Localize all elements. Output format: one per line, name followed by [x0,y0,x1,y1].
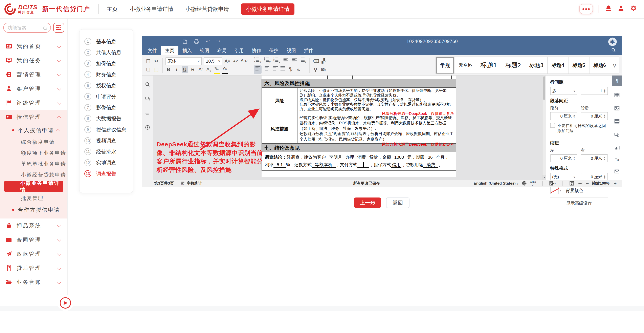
bullet-list-icon[interactable]: ••••∨ [254,57,262,66]
editor-tab[interactable]: 插入 [178,46,196,55]
editor-tab[interactable]: 插件 [300,46,317,55]
nav-tab[interactable]: 小微经营贷款申请 [186,6,229,13]
gear-icon[interactable] [630,5,637,13]
same-style-checkbox[interactable] [550,123,555,128]
bell-icon[interactable] [605,5,612,13]
subscript-icon[interactable]: A₂ [206,66,212,73]
style-cell[interactable]: 标题3 [525,57,547,74]
indent-right-input[interactable]: 0 厘米▲▼ [581,154,608,162]
shading-icon[interactable]: ⬨∨ [296,66,302,74]
undo-icon[interactable]: ↶ [206,38,210,45]
format-painter-icon[interactable]: ⚲ [312,66,319,73]
numbered-list-icon[interactable]: 123∨ [264,57,271,66]
sidebar-leaf-item[interactable]: 综合额度申请 [0,137,68,147]
editor-search-icon[interactable] [611,47,616,54]
step-item[interactable]: 12实地调查 [84,157,133,168]
pilcrow-icon[interactable]: ¶∨ [288,66,294,74]
step-item[interactable]: 11经营流水 [84,146,133,157]
multilevel-list-icon[interactable]: 1ai∨ [273,57,281,66]
save-icon[interactable] [182,39,187,44]
sidebar-item[interactable]: 放款管理 [0,247,68,261]
zoom-level[interactable]: 缩放100% [592,181,610,186]
align-center-icon[interactable] [264,66,270,74]
style-cell[interactable]: 标题4 [547,57,568,74]
shapes-icon[interactable] [614,131,620,139]
fill-color-icon[interactable]: ▞∨ [321,57,327,65]
editor-tab[interactable]: 引用 [230,46,248,55]
step-item[interactable]: 3担保信息 [84,58,133,69]
word-count[interactable]: 字数统计 [187,181,202,186]
step-item[interactable]: 13调查报告 [84,168,133,179]
line-spacing-value[interactable]: 1▲▼ [581,87,608,95]
textart-icon[interactable]: Ta [615,157,619,162]
back-button[interactable]: 返回 [386,197,410,208]
sidebar-item[interactable]: 我的任务 [0,53,68,68]
style-cell[interactable]: 标题2 [501,57,525,74]
fit-page-icon[interactable] [569,181,574,186]
search-icon[interactable] [145,81,150,89]
sidebar-item[interactable]: 押品系统 [0,218,68,233]
sidebar-collapse-button[interactable] [53,23,64,33]
editor-tab[interactable]: 文件 [144,46,161,55]
editor-tab[interactable]: 保护 [265,46,282,55]
spellcheck-icon[interactable]: ABC✓ [530,181,536,186]
style-cell[interactable]: 标题1 [476,57,501,74]
image-icon[interactable] [614,105,620,112]
nav-tab[interactable]: 主页 [107,6,118,13]
redo-icon[interactable]: ↷ [216,38,221,45]
editor-tab[interactable]: 主页 [161,46,178,55]
editor-tab[interactable]: 视图 [282,46,300,55]
sidebar-subitem[interactable]: 个人授信申请 [0,124,68,137]
font-family-select[interactable]: 宋体∨ [166,57,202,65]
spacing-after-input[interactable]: 0 厘米▲▼ [581,112,608,120]
align-left-icon[interactable] [254,66,262,74]
style-cell[interactable]: 标题5 [568,57,589,74]
step-item[interactable]: 4财务信息 [84,69,133,80]
document-scrollbar[interactable]: ▼ [542,76,546,180]
indent-left-input[interactable]: 0 厘米▲▼ [550,154,578,162]
paste-icon[interactable]: ❏ [145,66,151,73]
frame-icon[interactable]: ⊠∨ [321,65,327,74]
table-icon[interactable] [614,92,620,99]
step-item[interactable]: 1基本信息 [84,36,133,47]
feedback-send-button[interactable] [60,297,71,308]
step-item[interactable]: 8大数据报告 [84,113,133,124]
strikethrough-icon[interactable]: S [190,66,196,73]
conclusion-paragraph[interactable]: 调查结论：经调查，建议为客户李明月办理消费贷款，金额1000元，期限36个月，利… [262,152,456,171]
step-item[interactable]: 7影像信息 [84,102,133,113]
chart-icon[interactable] [614,144,620,152]
sidebar-leaf-item[interactable]: 小微经营贷款申请 [0,169,68,180]
style-cell[interactable]: 标题6 [589,57,610,74]
spacing-before-input[interactable]: 0 厘米▲▼ [550,112,578,120]
sidebar-leaf-item[interactable]: 小微业务申请详情 [4,181,63,192]
highlight-icon[interactable]: ✎∨ [214,65,220,74]
document-page[interactable]: 六、风险及风控措施 风险 经营风险：小微企业市场竞争力弱，易受行业波动（如政策变… [262,76,456,177]
editor-tab[interactable]: 协作 [248,46,265,55]
globe-icon[interactable] [522,181,527,186]
align-right-icon[interactable] [272,66,278,74]
shrink-font-icon[interactable]: A˅ [232,57,238,65]
sidebar-subitem[interactable]: 合作方授信申请 [0,204,68,216]
increase-indent-icon[interactable] [291,57,297,66]
sidebar-item[interactable]: 评级管理 [0,96,68,110]
mailmerge-icon[interactable] [614,168,620,175]
superscript-icon[interactable]: A² [198,66,204,73]
font-color-icon[interactable]: A∨ [222,65,228,74]
prev-step-button[interactable]: 上一步 [354,197,381,208]
step-item[interactable]: 6申请评分 [84,91,133,102]
step-item[interactable]: 10视频调查 [84,135,133,146]
line-spacing-select[interactable]: 多∨ [550,87,578,95]
fit-width-icon[interactable] [578,181,583,185]
print-icon[interactable] [194,39,199,44]
nav-tab[interactable]: 小微业务申请详情 [130,6,173,13]
grow-font-icon[interactable]: A˄ [224,57,230,65]
sidebar-item[interactable]: 我的首页 [0,39,68,53]
underline-icon[interactable]: U [182,66,188,73]
style-cell[interactable]: 常规 [436,57,454,74]
outline-icon[interactable] [145,110,150,117]
zoom-out-icon[interactable]: − [586,181,589,186]
sidebar-item[interactable]: 客户管理 [0,82,68,96]
avatar[interactable]: 李 [608,38,617,46]
step-item[interactable]: 5授权信息 [84,80,133,91]
sidebar-leaf-item[interactable]: 单笔单批业务申请 [0,158,68,169]
